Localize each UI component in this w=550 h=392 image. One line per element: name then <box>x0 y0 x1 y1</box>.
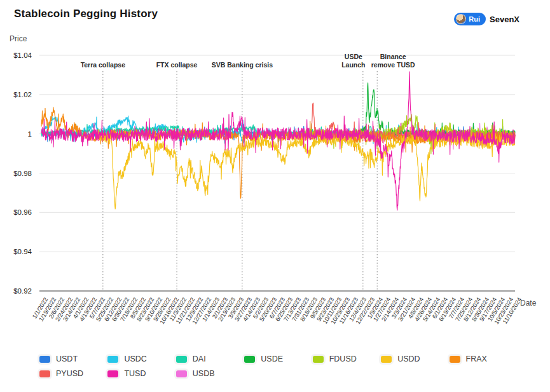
y-tick-label: $1.02 <box>3 91 32 98</box>
legend-swatch-icon <box>313 356 324 363</box>
legend-item-usdd[interactable]: USDD <box>381 355 449 363</box>
legend-item-tusd[interactable]: TUSD <box>107 369 175 378</box>
y-tick-label: $0.94 <box>3 248 32 255</box>
legend-label: USDC <box>124 355 146 363</box>
y-tick-label: $0.98 <box>3 170 32 177</box>
annotation-label: Binance remove TUSD <box>371 53 415 69</box>
page-title: Stablecoin Pegging History <box>14 8 158 20</box>
legend-item-fdusd[interactable]: FDUSD <box>313 355 381 363</box>
chart-legend: USDTUSDCDAIUSDEFDUSDUSDDFRAXPYUSDTUSDUSD… <box>39 355 518 378</box>
brand-name: SevenX <box>490 15 519 24</box>
legend-label: USDB <box>193 369 215 378</box>
legend-item-usdb[interactable]: USDB <box>176 369 244 378</box>
legend-label: USDD <box>397 355 420 363</box>
legend-swatch-icon <box>176 356 187 363</box>
annotation-label: Terra collapse <box>81 61 125 69</box>
legend-swatch-icon <box>450 356 460 363</box>
rui-badge[interactable]: Rui <box>454 13 486 25</box>
legend-item-usdc[interactable]: USDC <box>107 355 175 363</box>
annotation-label: USDe Launch <box>341 53 365 69</box>
y-tick-label: $0.92 <box>3 287 32 295</box>
annotation-label: SVB Banking crisis <box>212 61 273 69</box>
legend-item-frax[interactable]: FRAX <box>450 355 518 363</box>
brand-area: Rui SevenX <box>454 13 519 25</box>
stablecoin-pegging-dashboard: { "header": { "title": "Stablecoin Peggi… <box>0 0 550 392</box>
legend-label: FRAX <box>466 355 487 363</box>
legend-item-pyusd[interactable]: PYUSD <box>39 369 107 378</box>
legend-swatch-icon <box>176 370 187 377</box>
legend-label: USDT <box>56 355 78 363</box>
legend-label: USDE <box>261 355 283 363</box>
rui-avatar-icon <box>456 14 466 24</box>
legend-label: TUSD <box>124 369 146 378</box>
legend-swatch-icon <box>39 356 50 363</box>
legend-label: FDUSD <box>329 355 357 363</box>
legend-label: DAI <box>193 355 206 363</box>
legend-item-usde[interactable]: USDE <box>244 355 312 363</box>
legend-swatch-icon <box>107 356 118 363</box>
y-tick-label: $0.96 <box>3 208 32 216</box>
legend-item-usdt[interactable]: USDT <box>39 355 107 363</box>
legend-item-dai[interactable]: DAI <box>176 355 244 363</box>
legend-swatch-icon <box>107 370 118 377</box>
legend-swatch-icon <box>244 356 255 363</box>
y-tick-label: 1 <box>3 130 32 138</box>
legend-swatch-icon <box>381 356 392 363</box>
legend-label: PYUSD <box>56 369 83 378</box>
legend-swatch-icon <box>39 370 50 377</box>
y-axis-title: Price <box>10 34 27 43</box>
y-tick-label: $1.04 <box>3 51 32 59</box>
annotation-label: FTX collapse <box>156 61 198 69</box>
rui-badge-label: Rui <box>469 15 480 23</box>
